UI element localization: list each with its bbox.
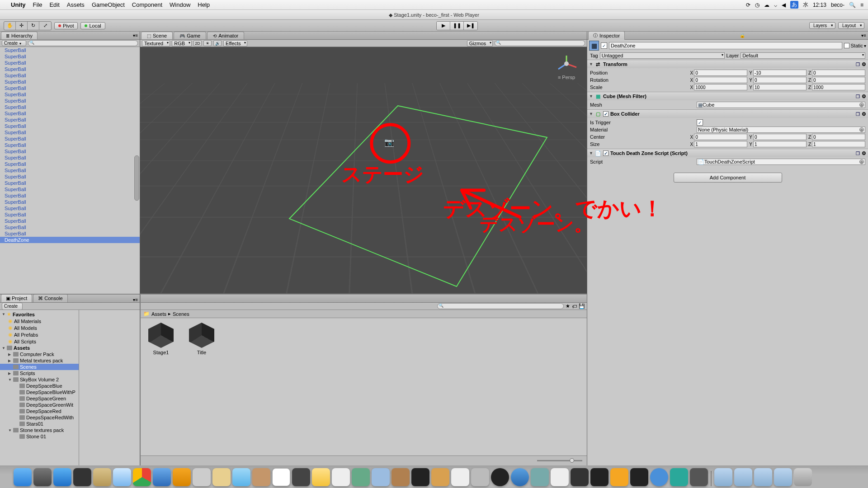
scale-z-input[interactable] — [812, 84, 865, 90]
dock-app-icon[interactable] — [471, 468, 489, 486]
tree-row[interactable]: DeepSpaceBlue — [0, 383, 79, 389]
tab-game[interactable]: 🎮Game — [174, 32, 206, 39]
hierarchy-create-button[interactable]: Create — [2, 40, 26, 46]
hierarchy-tab[interactable]: ≣Hierarchy — [1, 32, 38, 39]
project-search-input[interactable] — [437, 303, 564, 309]
inspector-lock-icon[interactable]: 🔒 — [740, 33, 745, 38]
dock-app-icon[interactable] — [670, 468, 688, 486]
tray-sync-icon[interactable]: ⟳ — [746, 2, 750, 8]
dock-notes-icon[interactable] — [312, 468, 330, 486]
tree-row[interactable]: ◉All Scripts — [0, 338, 79, 345]
meshfilter-foldout[interactable]: ▼ — [589, 94, 593, 99]
dock-preview-icon[interactable] — [352, 468, 370, 486]
inspector-tab[interactable]: ⓘInspector — [588, 31, 625, 40]
scene-search-input[interactable] — [495, 40, 585, 46]
object-picker-icon[interactable]: ⊙ — [859, 103, 864, 107]
dock-garageband-icon[interactable] — [431, 468, 449, 486]
tree-row[interactable]: ▼★Favorites — [0, 311, 79, 318]
menu-app[interactable]: Unity — [11, 1, 26, 8]
dock-app-icon[interactable] — [571, 468, 589, 486]
local-toggle[interactable]: Local — [80, 22, 105, 29]
tray-wifi-icon[interactable]: ⌵ — [774, 2, 777, 8]
transform-gear-icon[interactable]: ⚙ — [862, 61, 866, 67]
tray-input-icon[interactable]: あ — [790, 1, 798, 9]
layout-dropdown[interactable]: Layout — [838, 22, 864, 29]
boxcollider-foldout[interactable]: ▼ — [589, 112, 593, 116]
boxcollider-gear-icon[interactable]: ⚙ — [862, 111, 866, 117]
play-button[interactable]: ▶ — [437, 22, 450, 30]
hierarchy-item[interactable]: SuperBall — [0, 104, 140, 110]
dock-messages-icon[interactable] — [232, 468, 250, 486]
persp-label[interactable]: ≡ Persp — [553, 75, 580, 80]
tray-user[interactable]: beco- — [831, 2, 844, 8]
hierarchy-item[interactable]: SuperBall — [0, 211, 140, 218]
scene-view[interactable]: 📷 ≡ Persp ステージ デスゾーン。でかい！ — [140, 47, 587, 294]
layer-dropdown[interactable]: Default — [741, 52, 865, 59]
project-options-icon[interactable]: ▾≡ — [133, 297, 138, 302]
add-component-button[interactable]: Add Component — [674, 173, 782, 183]
asset-title[interactable]: Title — [186, 323, 217, 451]
deathzone-wireframe[interactable] — [285, 101, 556, 291]
breadcrumb-assets[interactable]: Assets — [151, 311, 166, 317]
tree-row[interactable]: Scenes — [0, 364, 79, 370]
position-x-input[interactable] — [694, 70, 747, 76]
rotate-tool-button[interactable]: ↻ — [28, 22, 39, 30]
step-button[interactable]: ▶❚ — [464, 22, 477, 30]
dock-app-icon[interactable] — [193, 468, 211, 486]
size-z-input[interactable] — [812, 141, 865, 147]
dock-app-icon[interactable] — [551, 468, 569, 486]
meshfilter-help-icon[interactable]: ❐ — [856, 94, 860, 99]
boxcollider-enabled-checkbox[interactable]: ✓ — [603, 111, 609, 117]
hierarchy-item[interactable]: SuperBall — [0, 192, 140, 199]
boxcollider-help-icon[interactable]: ❐ — [856, 112, 860, 117]
rotation-z-input[interactable] — [812, 77, 865, 83]
object-picker-icon[interactable]: ⊙ — [859, 127, 864, 132]
meshfilter-gear-icon[interactable]: ⚙ — [862, 94, 866, 99]
hierarchy-item[interactable]: SuperBall — [0, 199, 140, 205]
gameobject-active-checkbox[interactable]: ✓ — [601, 42, 607, 49]
hierarchy-item[interactable]: SuperBall — [0, 98, 140, 104]
scene-2d-toggle[interactable]: 2D — [193, 40, 202, 46]
dock-launchpad-icon[interactable] — [33, 468, 52, 486]
hierarchy-item[interactable]: SuperBall — [0, 174, 140, 180]
dock-quicktime-icon[interactable] — [511, 468, 529, 486]
dock-chrome-icon[interactable] — [133, 468, 151, 486]
hierarchy-item[interactable]: SuperBall — [0, 85, 140, 91]
dock-folder-icon[interactable] — [774, 468, 792, 486]
dock-calendar-icon[interactable] — [272, 468, 290, 486]
hierarchy-item[interactable]: SuperBall — [0, 129, 140, 136]
dock-mail-icon[interactable] — [93, 468, 111, 486]
dock-itunes-icon[interactable] — [153, 468, 171, 486]
menu-window[interactable]: Window — [170, 1, 190, 8]
scene-effects-dropdown[interactable]: Effects — [223, 40, 247, 47]
hand-tool-button[interactable]: ✋ — [4, 22, 16, 30]
hierarchy-item[interactable]: SuperBall — [0, 60, 140, 66]
script-help-icon[interactable]: ❐ — [856, 151, 860, 156]
scene-light-toggle[interactable]: ☀ — [203, 40, 212, 46]
dock-reminders-icon[interactable] — [292, 468, 310, 486]
scene-audio-toggle[interactable]: 🔊 — [213, 40, 222, 46]
tree-row[interactable]: ▼SkyBox Volume 2 — [0, 376, 79, 383]
pause-button[interactable]: ❚❚ — [450, 22, 464, 30]
mac-dock[interactable] — [0, 465, 868, 488]
dock-dashboard-icon[interactable] — [73, 468, 91, 486]
istrigger-checkbox[interactable]: ✓ — [697, 119, 703, 126]
project-create-button[interactable]: Create — [2, 303, 23, 310]
hierarchy-item[interactable]: SuperBall — [0, 186, 140, 192]
hierarchy-list[interactable]: SuperBallSuperBallSuperBallSuperBallSupe… — [0, 47, 140, 294]
dock-app-icon[interactable] — [451, 468, 469, 486]
tree-row[interactable]: ◉All Models — [0, 324, 79, 331]
hierarchy-item[interactable]: SuperBall — [0, 123, 140, 129]
dock-app-icon[interactable] — [650, 468, 668, 486]
tray-clock-icon[interactable]: ◷ — [755, 2, 760, 8]
dock-app-icon[interactable] — [332, 468, 350, 486]
dock-folder-icon[interactable] — [714, 468, 732, 486]
center-y-input[interactable] — [753, 134, 807, 140]
hierarchy-item[interactable]: SuperBall — [0, 180, 140, 186]
rotation-y-input[interactable] — [753, 77, 807, 83]
dock-folder-icon[interactable] — [734, 468, 752, 486]
object-picker-icon[interactable]: ⊙ — [859, 160, 864, 164]
menu-file[interactable]: File — [33, 1, 42, 8]
rotation-x-input[interactable] — [694, 77, 747, 83]
asset-grid[interactable]: Stage1 Title — [141, 318, 587, 455]
